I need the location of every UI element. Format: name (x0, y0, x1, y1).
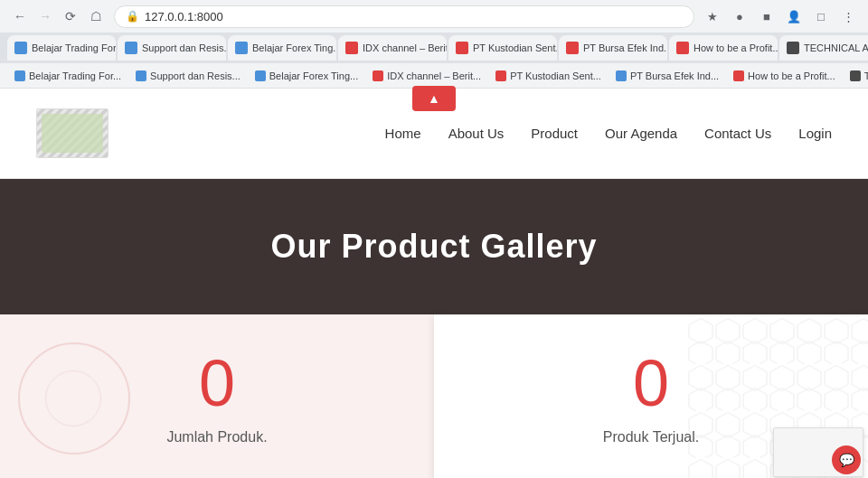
gallery-title: Our Product Gallery (270, 228, 597, 266)
bookmark-star-button[interactable]: ★ (702, 5, 723, 27)
nav-about[interactable]: About Us (448, 126, 505, 141)
browser-actions: ★ ● ■ 👤 □ ⋮ (702, 5, 859, 27)
address-bar[interactable]: 🔒 127.0.0.1:8000 (114, 5, 694, 28)
produk-terjual-label: Produk Terjual. (603, 429, 699, 445)
nav-agenda[interactable]: Our Agenda (605, 126, 677, 141)
bookmark-favicon-4 (495, 70, 506, 81)
jumlah-produk-label: Jumlah Produk. (166, 429, 267, 445)
website-content: Home About Us Product Our Agenda Contact… (0, 89, 868, 478)
reload-button[interactable]: ⟳ (60, 5, 81, 27)
tab-favicon-1 (125, 42, 137, 54)
tab-favicon-6 (676, 42, 689, 54)
tab-label-0: Belajar Trading For... (32, 42, 116, 53)
address-text: 127.0.0.1:8000 (145, 10, 223, 23)
tab-label-4: PT Kustodian Sent... (473, 42, 557, 53)
bookmark-3[interactable]: IDX channel – Berit... (367, 68, 486, 84)
nav-buttons: ← → ⟳ ☖ (9, 5, 107, 27)
bookmark-7[interactable]: TECHNICAL ANAL... (844, 68, 868, 84)
bookmark-label-5: PT Bursa Efek Ind... (630, 70, 719, 81)
stats-left-panel: 0 Jumlah Produk. (0, 314, 434, 478)
bookmark-label-2: Belajar Forex Ting... (269, 70, 358, 81)
google-account-button[interactable]: ● (729, 5, 750, 27)
tab-0[interactable]: Belajar Trading For... (7, 35, 116, 61)
bookmark-label-1: Support dan Resis... (150, 70, 241, 81)
logo-image (37, 109, 108, 157)
bookmark-favicon-6 (733, 70, 744, 81)
tab-label-5: PT Bursa Efek Ind... (583, 42, 667, 53)
nav-product[interactable]: Product (531, 126, 578, 141)
bookmark-label-7: TECHNICAL ANAL... (864, 70, 868, 81)
tab-7[interactable]: TECHNICAL ANAL... (779, 35, 868, 61)
nav-links: Home About Us Product Our Agenda Contact… (385, 126, 832, 142)
bookmark-4[interactable]: PT Kustodian Sent... (490, 68, 607, 84)
tab-1[interactable]: Support dan Resis... (118, 35, 226, 61)
tab-favicon-7 (787, 42, 799, 54)
bookmark-favicon-2 (255, 70, 266, 81)
gallery-hero: ▲ Our Product Gallery (0, 179, 868, 314)
tab-favicon-5 (566, 42, 579, 54)
bookmark-favicon-0 (14, 70, 25, 81)
tab-favicon-4 (456, 42, 468, 54)
profile-button[interactable]: 👤 (783, 5, 805, 27)
nav-login[interactable]: Login (798, 126, 832, 141)
tab-3[interactable]: IDX channel – Berit... (338, 35, 447, 61)
bookmark-label-3: IDX channel – Berit... (387, 70, 481, 81)
tab-label-1: Support dan Resis... (142, 42, 226, 53)
lock-icon: 🔒 (126, 10, 139, 23)
bookmark-bar: Belajar Trading For... Support dan Resis… (0, 63, 868, 89)
product-stats-section: 0 Jumlah Produk. 0 Produk Terjual. (0, 314, 868, 478)
bookmark-favicon-1 (136, 70, 146, 81)
bookmark-0[interactable]: Belajar Trading For... (9, 68, 127, 84)
bookmark-2[interactable]: Belajar Forex Ting... (250, 68, 363, 84)
nav-contact[interactable]: Contact Us (704, 126, 771, 141)
more-button[interactable]: ⋮ (837, 5, 859, 27)
bookmark-label-0: Belajar Trading For... (29, 70, 121, 81)
tab-favicon-2 (235, 42, 248, 54)
jumlah-produk-number: 0 (199, 351, 235, 416)
chat-support-button[interactable]: 💬 (832, 445, 861, 474)
browser-toolbar: ← → ⟳ ☖ 🔒 127.0.0.1:8000 ★ ● ■ 👤 □ ⋮ (0, 0, 868, 33)
tab-6[interactable]: How to be a Profit... (669, 35, 778, 61)
extension-button[interactable]: ■ (756, 5, 778, 27)
tab-2[interactable]: Belajar Forex Ting... (228, 35, 336, 61)
tab-label-3: IDX channel – Berit... (363, 42, 447, 53)
tabs-bar: Belajar Trading For... Support dan Resis… (0, 33, 868, 63)
tab-favicon-0 (14, 42, 27, 54)
arrow-up-icon: ▲ (428, 91, 440, 106)
nav-home[interactable]: Home (385, 126, 421, 141)
chat-icon: 💬 (839, 453, 854, 467)
bookmark-5[interactable]: PT Bursa Efek Ind... (610, 68, 724, 84)
produk-terjual-number: 0 (633, 351, 669, 416)
bookmark-label-4: PT Kustodian Sent... (510, 70, 601, 81)
site-logo[interactable] (36, 108, 108, 158)
tab-5[interactable]: PT Bursa Efek Ind... (559, 35, 667, 61)
tab-label-7: TECHNICAL ANAL... (804, 42, 868, 53)
tab-label-6: How to be a Profit... (693, 42, 778, 53)
bookmark-label-6: How to be a Profit... (748, 70, 835, 81)
forward-button[interactable]: → (34, 5, 56, 27)
bookmark-favicon-3 (373, 70, 383, 81)
tab-label-2: Belajar Forex Ting... (252, 42, 336, 53)
back-button[interactable]: ← (9, 5, 31, 27)
bookmark-favicon-7 (850, 70, 861, 81)
extension2-button[interactable]: □ (810, 5, 832, 27)
bookmark-favicon-5 (616, 70, 627, 81)
tab-4[interactable]: PT Kustodian Sent... (448, 35, 557, 61)
tab-favicon-3 (345, 42, 358, 54)
bookmark-1[interactable]: Support dan Resis... (130, 68, 246, 84)
bookmark-6[interactable]: How to be a Profit... (728, 68, 841, 84)
home-button[interactable]: ☖ (85, 5, 107, 27)
browser-chrome: ← → ⟳ ☖ 🔒 127.0.0.1:8000 ★ ● ■ 👤 □ ⋮ Bel… (0, 0, 868, 89)
floating-action-button[interactable]: ▲ (412, 89, 456, 111)
